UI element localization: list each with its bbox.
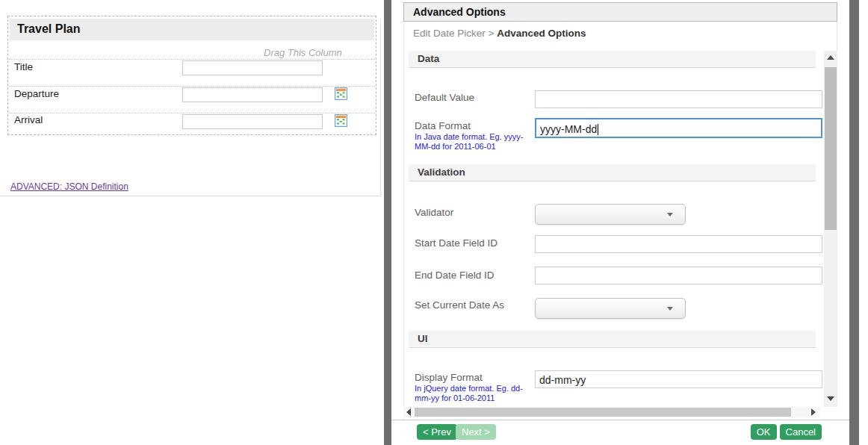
data-format-hint: In Java date format. Eg. yyyy-MM-dd for … xyxy=(415,132,539,152)
horizontal-scrollbar[interactable] xyxy=(403,407,820,417)
breadcrumb-current: Advanced Options xyxy=(497,28,586,39)
horizontal-scroll-thumb[interactable] xyxy=(415,408,791,417)
section-header-validation: Validation xyxy=(409,164,816,181)
dialog-title: Advanced Options xyxy=(413,6,506,18)
advanced-options-dialog: Advanced Options Edit Date Picker > Adva… xyxy=(391,0,849,445)
dialog-title-bar: Advanced Options xyxy=(403,2,837,22)
title-input[interactable] xyxy=(182,60,323,75)
triangle-right-icon xyxy=(811,408,816,416)
display-format-value: dd-mm-yy xyxy=(539,374,586,386)
form-header-bar[interactable]: Travel Plan xyxy=(10,19,374,40)
set-current-date-as-label: Set Current Date As xyxy=(415,299,504,311)
footer-divider xyxy=(391,420,849,420)
calendar-icon[interactable] xyxy=(335,87,347,100)
form-builder-panel: Travel Plan Drag This Column Title Depar… xyxy=(0,0,384,445)
calendar-icon[interactable] xyxy=(335,114,347,127)
row-separator xyxy=(9,86,375,87)
scroll-up-button[interactable] xyxy=(824,51,837,64)
breadcrumb-parent: Edit Date Picker xyxy=(413,28,486,39)
panel-edge xyxy=(0,196,381,196)
vertical-scrollbar[interactable] xyxy=(824,51,837,407)
text-caret xyxy=(598,124,598,135)
section-header-ui: UI xyxy=(409,331,816,348)
scroll-left-button[interactable] xyxy=(405,408,414,417)
row-separator xyxy=(9,59,375,60)
arrival-input[interactable] xyxy=(182,114,323,129)
next-button[interactable]: Next > xyxy=(456,424,496,440)
cancel-button[interactable]: Cancel xyxy=(780,424,822,440)
data-format-input[interactable]: yyyy-MM-dd xyxy=(535,118,822,138)
default-value-input[interactable] xyxy=(535,90,822,108)
default-value-label: Default Value xyxy=(415,92,474,103)
breadcrumb: Edit Date Picker > Advanced Options xyxy=(413,28,586,39)
triangle-up-icon xyxy=(827,55,834,60)
form-canvas[interactable]: Travel Plan Drag This Column Title Depar… xyxy=(7,16,376,135)
vertical-scroll-thumb[interactable] xyxy=(825,67,837,230)
scroll-right-button[interactable] xyxy=(809,408,818,417)
advanced-json-definition-link[interactable]: ADVANCED: JSON Definition xyxy=(10,181,128,192)
display-format-hint: In jQuery date format. Eg. dd-mm-yy for … xyxy=(415,384,539,403)
dialog-edge xyxy=(403,22,404,420)
start-date-field-id-label: Start Date Field ID xyxy=(415,237,497,249)
panel-edge xyxy=(380,19,381,196)
end-date-field-id-input[interactable] xyxy=(535,267,822,284)
end-date-field-id-label: End Date Field ID xyxy=(415,270,495,281)
section-header-data: Data xyxy=(409,51,816,68)
display-format-label: Display Format xyxy=(415,372,483,383)
data-format-label: Data Format xyxy=(415,120,471,131)
display-format-input[interactable]: dd-mm-yy xyxy=(535,370,822,388)
prev-button[interactable]: < Prev xyxy=(417,424,457,440)
ok-button[interactable]: OK xyxy=(751,424,777,440)
validator-label: Validator xyxy=(415,207,453,218)
chevron-down-icon xyxy=(667,213,673,217)
set-current-date-as-select[interactable] xyxy=(535,298,686,319)
overlay-right xyxy=(848,0,859,445)
footer-right-buttons: OK Cancel xyxy=(751,424,822,440)
drag-column-handle[interactable]: Drag This Column xyxy=(264,47,342,58)
data-format-value: yyyy-MM-dd xyxy=(540,123,597,135)
form-title: Travel Plan xyxy=(17,22,81,36)
field-label-departure: Departure xyxy=(14,88,59,99)
chevron-down-icon xyxy=(667,307,673,311)
field-label-title: Title xyxy=(14,61,33,72)
field-label-arrival: Arrival xyxy=(14,114,43,125)
start-date-field-id-input[interactable] xyxy=(535,235,822,253)
scroll-down-button[interactable] xyxy=(824,393,837,405)
row-separator xyxy=(9,113,375,113)
overlay-left xyxy=(384,0,391,445)
triangle-left-icon xyxy=(406,408,411,416)
departure-input[interactable] xyxy=(182,87,323,102)
validator-select[interactable] xyxy=(535,204,686,225)
triangle-down-icon xyxy=(827,396,834,401)
breadcrumb-separator: > xyxy=(489,28,495,39)
